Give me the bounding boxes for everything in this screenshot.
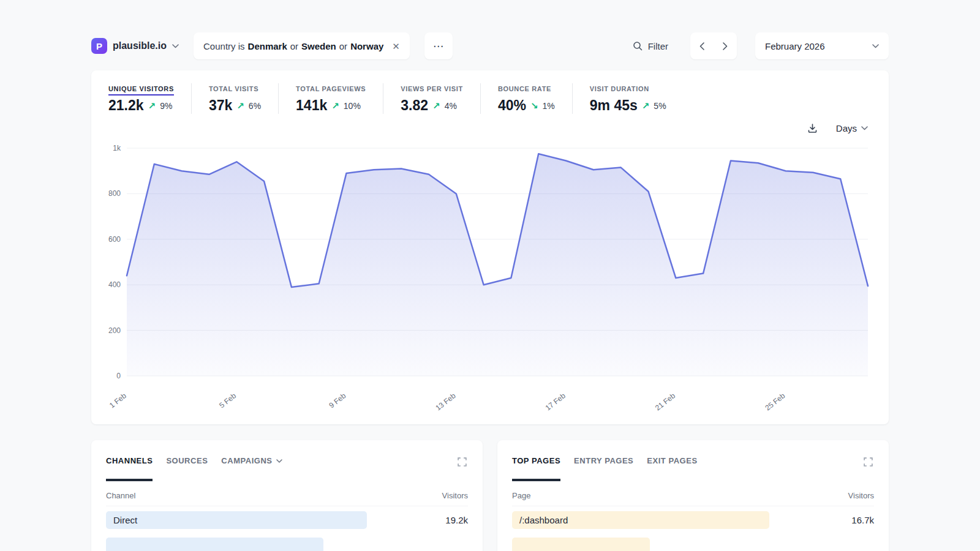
period-nav — [690, 32, 737, 59]
table-row[interactable]: Direct 19.2k — [106, 511, 468, 530]
chevron-left-icon — [699, 42, 704, 50]
next-period-button[interactable] — [714, 32, 737, 59]
chevron-down-icon — [172, 44, 179, 48]
filter-prefix: Country is — [203, 41, 245, 51]
row-bar — [106, 511, 367, 529]
tab-label: TOP PAGES — [512, 456, 560, 465]
remove-filter-icon[interactable]: ✕ — [392, 42, 400, 51]
divider — [480, 83, 481, 114]
prev-period-button[interactable] — [690, 32, 714, 59]
interval-select[interactable]: Days — [832, 122, 872, 134]
stat-change: 4% — [445, 101, 457, 111]
divider — [278, 83, 279, 114]
chevron-down-icon — [872, 44, 879, 48]
table-header: Page Visitors — [512, 491, 874, 506]
stat-unique-visitors[interactable]: UNIQUE VISITORS 21.2k ↗ 9% — [108, 83, 191, 114]
trend-up-icon: ↗ — [148, 100, 156, 111]
chevron-down-icon — [276, 459, 282, 463]
svg-text:1 Feb: 1 Feb — [108, 391, 128, 410]
stats-row: UNIQUE VISITORS 21.2k ↗ 9% TOTAL VISITS … — [108, 83, 872, 114]
stat-views-per-visit[interactable]: VIEWS PER VISIT 3.82 ↗ 4% — [401, 83, 480, 114]
chevron-down-icon — [861, 126, 868, 130]
site-name: plausible.io — [113, 40, 167, 51]
stat-value: 141k — [296, 97, 327, 114]
column-visitors: Visitors — [442, 491, 468, 500]
stat-change: 10% — [344, 101, 361, 111]
svg-text:25 Feb: 25 Feb — [763, 391, 786, 412]
more-filters-button[interactable]: ⋯ — [424, 32, 453, 59]
stat-value: 40% — [498, 97, 526, 114]
row-bar — [512, 538, 650, 551]
svg-text:800: 800 — [108, 189, 121, 198]
row-label: /:dashboard — [512, 515, 568, 525]
tab-exit-pages[interactable]: EXIT PAGES — [647, 456, 697, 481]
svg-text:9 Feb: 9 Feb — [328, 391, 348, 410]
filter-button-label: Filter — [648, 41, 668, 51]
tab-sources[interactable]: SOURCES — [166, 456, 208, 481]
tab-top-pages[interactable]: TOP PAGES — [512, 456, 560, 481]
expand-panel-icon[interactable] — [862, 456, 874, 470]
stat-value: 3.82 — [401, 97, 428, 114]
filter-button[interactable]: Filter — [629, 40, 672, 52]
pages-panel-tabs: TOP PAGES ENTRY PAGES EXIT PAGES — [512, 456, 874, 481]
search-icon — [633, 41, 643, 51]
pages-panel: TOP PAGES ENTRY PAGES EXIT PAGES Page Vi… — [497, 440, 889, 551]
stat-label: BOUNCE RATE — [498, 85, 551, 92]
divider — [191, 83, 192, 114]
analytics-card: UNIQUE VISITORS 21.2k ↗ 9% TOTAL VISITS … — [91, 70, 889, 424]
report-panels: CHANNELS SOURCES CAMPAIGNS Channel Visit… — [91, 440, 889, 551]
row-value: 19.2k — [445, 515, 468, 525]
chevron-right-icon — [723, 42, 728, 50]
filter-or-1: or — [290, 41, 298, 51]
column-visitors: Visitors — [848, 491, 874, 500]
stat-label: UNIQUE VISITORS — [108, 85, 174, 96]
divider — [383, 83, 383, 114]
stat-visit-duration[interactable]: VISIT DURATION 9m 45s ↗ 5% — [590, 83, 684, 114]
trend-up-icon: ↗ — [236, 100, 244, 111]
tab-label: ENTRY PAGES — [574, 456, 633, 465]
tab-campaigns[interactable]: CAMPAIGNS — [221, 456, 282, 481]
chart-toolbar: Days — [108, 119, 872, 137]
stat-total-pageviews[interactable]: TOTAL PAGEVIEWS 141k ↗ 10% — [296, 83, 383, 114]
stat-bounce-rate[interactable]: BOUNCE RATE 40% ↘ 1% — [498, 83, 572, 114]
stat-total-visits[interactable]: TOTAL VISITS 37k ↗ 6% — [209, 83, 278, 114]
visitors-chart[interactable]: 02004006008001k1 Feb5 Feb9 Feb13 Feb17 F… — [100, 142, 872, 421]
svg-text:13 Feb: 13 Feb — [434, 391, 458, 412]
expand-panel-icon[interactable] — [456, 456, 468, 470]
row-label: Direct — [106, 515, 137, 525]
trend-up-icon: ↗ — [331, 100, 339, 111]
column-name: Page — [512, 491, 530, 500]
tab-label: CAMPAIGNS — [221, 456, 272, 465]
country-filter-pill[interactable]: Country is Denmark or Sweden or Norway ✕ — [194, 32, 410, 59]
site-picker[interactable]: P plausible.io — [91, 38, 179, 54]
stat-change: 6% — [249, 101, 261, 111]
table-row[interactable] — [512, 537, 874, 551]
svg-text:5 Feb: 5 Feb — [217, 391, 238, 410]
trend-up-icon: ↗ — [642, 100, 650, 111]
svg-text:1k: 1k — [113, 144, 121, 152]
date-picker[interactable]: February 2026 — [755, 32, 889, 59]
svg-text:400: 400 — [108, 280, 121, 289]
download-chart-button[interactable] — [804, 122, 821, 134]
stat-change: 1% — [543, 101, 555, 111]
table-row[interactable]: /:dashboard 16.7k — [512, 511, 874, 530]
trend-up-icon: ↗ — [432, 100, 440, 111]
column-name: Channel — [106, 491, 135, 500]
stat-value: 21.2k — [108, 97, 144, 114]
svg-text:200: 200 — [108, 326, 121, 335]
svg-text:600: 600 — [108, 235, 121, 244]
tab-label: SOURCES — [166, 456, 208, 465]
stat-label: TOTAL VISITS — [209, 85, 258, 92]
tab-label: EXIT PAGES — [647, 456, 697, 465]
table-header: Channel Visitors — [106, 491, 468, 506]
filter-country-2: Sweden — [301, 41, 336, 51]
stat-label: VIEWS PER VISIT — [401, 85, 463, 92]
filter-country-3: Norway — [350, 41, 383, 51]
tab-entry-pages[interactable]: ENTRY PAGES — [574, 456, 633, 481]
stat-value: 9m 45s — [590, 97, 638, 114]
dashboard: P plausible.io Country is Denmark or Swe… — [91, 0, 889, 551]
svg-text:17 Feb: 17 Feb — [544, 391, 567, 412]
tab-label: CHANNELS — [106, 456, 153, 465]
table-row[interactable] — [106, 537, 468, 551]
tab-channels[interactable]: CHANNELS — [106, 456, 153, 481]
